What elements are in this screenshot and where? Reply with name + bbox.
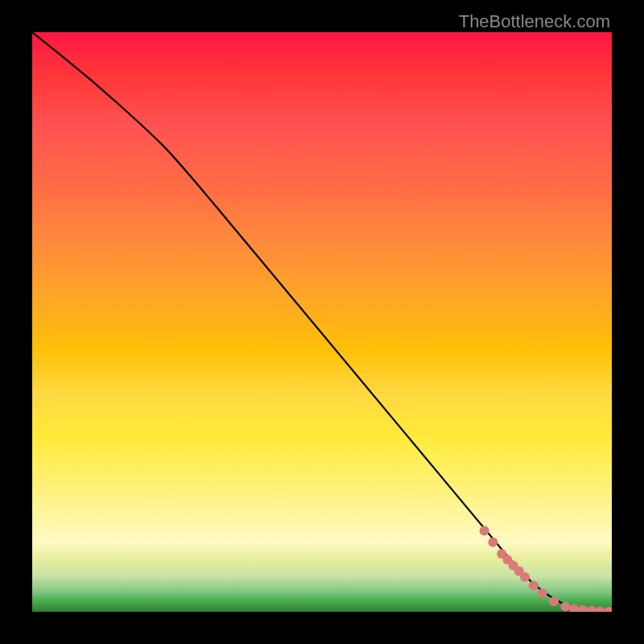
attribution-label: TheBottleneck.com: [459, 11, 610, 32]
chart-container: TheBottleneck.com: [0, 0, 644, 644]
plot-background: [32, 32, 612, 612]
